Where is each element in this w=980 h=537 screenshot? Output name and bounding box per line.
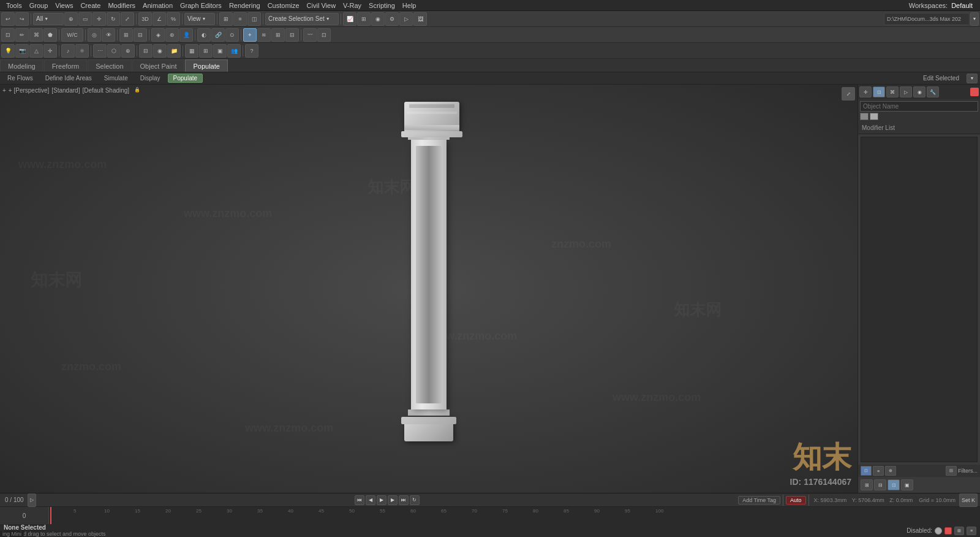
go-to-start-btn[interactable]: ⏮ [355,495,364,505]
add-time-tag-btn[interactable]: Add Time Tag [738,496,780,505]
panel-bottom-icon-1[interactable]: ⊞ [861,479,873,490]
menu-tools[interactable]: Tools [2,2,26,9]
status-icon-2[interactable]: ≡ [967,527,976,535]
timeline-track[interactable]: 0 5 10 15 20 25 30 35 40 45 50 55 60 65 … [0,507,980,524]
vp-label-shading[interactable]: [Default Shading] [82,87,129,94]
material-editor-btn[interactable]: ◉ [371,12,385,26]
light-btn[interactable]: 💡 [1,44,15,58]
undo-btn[interactable]: ↩ [1,12,15,26]
modifier-list-area[interactable] [861,137,978,462]
select-region-btn[interactable]: ▭ [78,12,92,26]
menu-animation[interactable]: Animation [139,2,176,9]
align-btn[interactable]: ≡ [233,12,247,26]
rp-tab-modify[interactable]: ⊡ [873,86,885,97]
quick-align-btn[interactable]: ⊟ [134,28,147,42]
go-to-end-btn[interactable]: ⏭ [399,495,409,505]
rp-tab-motion[interactable]: ▷ [900,86,912,97]
curve-editor-btn[interactable]: 📈 [343,12,356,26]
scale-btn[interactable]: ⤢ [121,12,134,26]
ribbon-btn[interactable]: ⊟ [139,44,153,58]
tab-modeling[interactable]: Modeling [0,59,43,72]
subtab-re-flows[interactable]: Re Flows [2,74,38,82]
subtab-display[interactable]: Display [135,74,165,82]
menu-customize[interactable]: Customize [264,2,303,9]
box-select-btn[interactable]: ⊡ [1,28,15,42]
menu-graph-editors[interactable]: Graph Editors [176,2,225,9]
help2-btn[interactable]: ? [245,44,258,58]
scene-state-btn[interactable]: ◉ [153,44,167,58]
render-frame-btn[interactable]: 🖼 [413,12,427,26]
sound-btn[interactable]: ♪ [61,44,75,58]
snap-3d-btn[interactable]: 3D [138,12,152,26]
modifier-filter-btn-4[interactable]: ⊟ [946,466,957,476]
filters-label[interactable]: Filters... [958,468,978,474]
open-file-btn[interactable]: ▼ [970,12,979,26]
render-btn[interactable]: ▷ [399,12,413,26]
select-object-btn[interactable]: ⊕ [64,12,78,26]
move-btn[interactable]: ✛ [92,12,106,26]
soft-select-btn[interactable]: ◐ [197,28,211,42]
menu-rendering[interactable]: Rendering [225,2,264,9]
menu-modifiers[interactable]: Modifiers [104,2,139,9]
rp-tab-display[interactable]: ◉ [913,86,925,97]
set-key-btn[interactable]: Set K [959,493,978,507]
populate-btn[interactable]: 👤 [179,28,193,42]
main-viewport[interactable]: www.znzmo.com 知末网 www.znzmo.com znzmo.co… [0,85,858,493]
helper-btn[interactable]: ✛ [43,44,57,58]
window-cross-btn[interactable]: W/C [61,28,83,42]
next-frame-btn[interactable]: ▶ [388,495,398,505]
rp-tab-create[interactable]: ✛ [859,86,872,97]
schematic-btn[interactable]: ⊞ [357,12,371,26]
rp-tab-hierarchy[interactable]: ⌘ [886,86,899,97]
subtab-edit-selected[interactable]: Edit Selected [918,74,964,82]
modifier-filter-btn-2[interactable]: ≡ [873,466,884,476]
percent-snap-btn[interactable]: % [167,12,180,26]
object-props-btn[interactable]: ⊞ [119,28,133,42]
tool2-btn[interactable]: ≋ [257,28,271,42]
view-dropdown[interactable]: View ▼ [184,13,215,25]
tab-freeform[interactable]: Freeform [44,59,88,72]
tl-expand-btn[interactable]: ▷ [28,493,36,507]
camera-btn[interactable]: 📷 [15,44,29,58]
tab-selection[interactable]: Selection [88,59,131,72]
create-selection-dropdown[interactable]: Create Selection Set ▼ [265,13,339,25]
smart-select-btn[interactable]: ◈ [151,28,165,42]
fence-select-btn[interactable]: ⬟ [43,28,57,42]
containers-btn[interactable]: ▣ [213,44,227,58]
xref-btn[interactable]: ⊞ [199,44,213,58]
subtab-simulate[interactable]: Simulate [99,74,133,82]
prev-frame-btn[interactable]: ◀ [366,495,375,505]
isolate-btn[interactable]: ◎ [88,28,101,42]
animate-btn[interactable]: Auto [786,496,806,505]
rotate-btn[interactable]: ↻ [107,12,120,26]
subtab-define-idle-areas[interactable]: Define Idle Areas [40,74,97,82]
boolean-btn[interactable]: ⊕ [121,44,135,58]
cloth-btn[interactable]: ⊡ [317,28,331,42]
modifier-filter-btn-1[interactable]: ⊡ [861,466,872,476]
menu-help[interactable]: Help [399,2,420,9]
subtab-options-btn[interactable]: ▼ [967,74,978,83]
layer-btn[interactable]: ◫ [247,12,261,26]
constraints-btn[interactable]: 🔗 [211,28,225,42]
tool3-btn[interactable]: ⊞ [271,28,285,42]
active-tool-btn[interactable]: ✦ [243,28,257,42]
color-swatch-2[interactable] [870,113,878,120]
menu-views[interactable]: Views [51,2,77,9]
rivet-btn[interactable]: ⊙ [225,28,239,42]
mirror-btn[interactable]: ⊞ [219,12,233,26]
panel-bottom-icon-4[interactable]: ▣ [901,479,913,490]
menu-civil-view[interactable]: Civil View [303,2,339,9]
paint-select-btn[interactable]: ✏ [15,28,29,42]
menu-create[interactable]: Create [77,2,104,9]
paint-deform-btn[interactable]: ⊛ [165,28,179,42]
menu-vray[interactable]: V-Ray [339,2,365,9]
status-icon-1[interactable]: ⊞ [954,527,964,535]
panel-bottom-icon-3[interactable]: ⊡ [888,479,900,490]
vp-label-perspective[interactable]: + [Perspective] [9,87,49,94]
angle-snap-btn[interactable]: ∠ [153,12,166,26]
workspace-value[interactable]: Default [951,2,973,9]
vp-label-standard[interactable]: [Standard] [51,87,80,94]
rp-tab-utilities[interactable]: 🔧 [927,86,939,97]
object-name-input[interactable] [860,101,978,112]
redo-btn[interactable]: ↪ [15,12,29,26]
